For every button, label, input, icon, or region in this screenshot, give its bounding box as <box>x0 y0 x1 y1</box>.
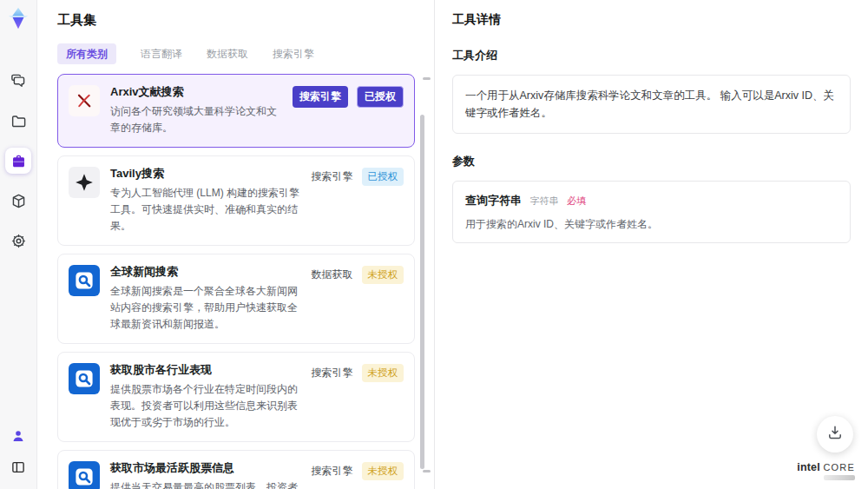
intel-brand-text: intel <box>797 461 820 473</box>
status-badge: 已授权 <box>357 86 404 108</box>
package-icon <box>10 193 27 209</box>
tool-detail-panel: 工具详情 工具介绍 一个用于从Arxiv存储库搜索科学论文和文章的工具。 输入可… <box>434 0 868 489</box>
category-tabs: 所有类别语言翻译数据获取搜索引擎 <box>57 43 434 64</box>
tool-title: Tavily搜索 <box>110 167 301 181</box>
status-badge: 未授权 <box>362 364 404 382</box>
page-title: 工具集 <box>57 12 434 29</box>
scroll-down-indicator[interactable] <box>423 470 431 472</box>
news-search-icon <box>69 265 100 296</box>
news-search-icon <box>69 461 100 489</box>
tool-card[interactable]: Tavily搜索 专为人工智能代理 (LLM) 构建的搜索引擎工具。可快速提供实… <box>57 155 415 246</box>
tab-data-fetch[interactable]: 数据获取 <box>207 49 248 59</box>
sidebar-item-panel-toggle[interactable] <box>7 456 30 479</box>
settings-icon <box>10 233 27 249</box>
status-badge: 已授权 <box>362 168 404 186</box>
tool-description: 全球新闻搜索是一个聚合全球各大新闻网站内容的搜索引擎，帮助用户快速获取全球最新资… <box>110 283 301 334</box>
sidebar <box>0 0 37 489</box>
status-badge: 未授权 <box>362 462 404 480</box>
tab-language-translation[interactable]: 语言翻译 <box>141 49 182 59</box>
arxiv-icon <box>69 85 100 116</box>
param-header: 查询字符串 字符串 必填 <box>465 192 838 208</box>
download-icon <box>826 424 844 445</box>
intro-text: 一个用于从Arxiv存储库搜索科学论文和文章的工具。 输入可以是Arxiv ID… <box>452 75 851 134</box>
folder-icon <box>10 113 27 129</box>
tab-all-categories[interactable]: 所有类别 <box>57 43 116 64</box>
sidebar-item-toolbox[interactable] <box>5 148 31 174</box>
app-logo-icon <box>5 5 31 31</box>
panel-toggle-icon <box>10 459 26 475</box>
sidebar-item-package[interactable] <box>5 188 31 214</box>
toolbox-icon <box>10 153 27 169</box>
tool-title: Arxiv文献搜索 <box>110 85 282 99</box>
param-name: 查询字符串 <box>465 194 522 207</box>
tool-card[interactable]: 获取市场最活跃股票信息 提供当天交易量最高的股票列表，投资者可以利用这些信息来识… <box>57 450 415 489</box>
intel-badge-bar <box>824 475 855 480</box>
param-card: 查询字符串 字符串 必填 用于搜索的Arxiv ID、关键字或作者姓名。 <box>452 181 851 243</box>
param-required-badge: 必填 <box>567 195 586 206</box>
detail-title: 工具详情 <box>452 12 851 28</box>
list-scrollbar[interactable] <box>420 115 424 469</box>
category-badge: 数据获取 <box>312 268 353 282</box>
tool-list: Arxiv文献搜索 访问各个研究领域大量科学论文和文章的存储库。 搜索引擎 已授… <box>57 74 415 489</box>
scroll-up-indicator[interactable] <box>423 77 431 80</box>
intro-heading: 工具介绍 <box>452 48 851 63</box>
sidebar-item-settings[interactable] <box>5 228 31 254</box>
tool-description: 提供股票市场各个行业在特定时间段内的表现。投资者可以利用这些信息来识别表现优于或… <box>110 381 301 432</box>
tool-title: 全球新闻搜索 <box>110 265 301 279</box>
category-badge: 搜索引擎 <box>293 86 348 108</box>
param-type: 字符串 <box>529 195 558 206</box>
category-badge: 搜索引擎 <box>312 366 353 380</box>
news-search-icon <box>69 363 100 394</box>
sidebar-item-folder[interactable] <box>5 108 31 134</box>
download-button[interactable] <box>817 416 853 453</box>
user-icon <box>10 428 26 444</box>
tool-card[interactable]: 全球新闻搜索 全球新闻搜索是一个聚合全球各大新闻网站内容的搜索引擎，帮助用户快速… <box>57 254 415 344</box>
chat-icon <box>10 73 27 89</box>
tab-search-engine[interactable]: 搜索引擎 <box>273 49 314 59</box>
intel-product-text: core <box>823 462 855 472</box>
tool-card[interactable]: 获取股市各行业表现 提供股票市场各个行业在特定时间段内的表现。投资者可以利用这些… <box>57 352 415 442</box>
tool-description: 专为人工智能代理 (LLM) 构建的搜索引擎工具。可快速提供实时、准确和真实的结… <box>110 185 301 235</box>
tool-description: 提供当天交易量最高的股票列表，投资者可以利用这些信息来识别流动性强的股票和潜在的… <box>110 479 301 489</box>
tool-card[interactable]: Arxiv文献搜索 访问各个研究领域大量科学论文和文章的存储库。 搜索引擎 已授… <box>57 74 415 148</box>
category-badge: 搜索引擎 <box>312 464 353 479</box>
sidebar-bottom <box>7 425 30 479</box>
sidebar-nav <box>5 68 31 254</box>
tool-list-panel: 工具集 所有类别语言翻译数据获取搜索引擎 Arxiv文献搜索 访问各个研究领域大… <box>36 0 434 489</box>
sidebar-item-user[interactable] <box>7 425 30 447</box>
sidebar-item-chat[interactable] <box>5 68 31 94</box>
tool-description: 访问各个研究领域大量科学论文和文章的存储库。 <box>110 103 282 136</box>
status-badge: 未授权 <box>362 266 404 284</box>
params-heading: 参数 <box>452 154 851 169</box>
param-description: 用于搜索的Arxiv ID、关键字或作者姓名。 <box>465 216 838 232</box>
tool-title: 获取市场最活跃股票信息 <box>110 461 301 475</box>
category-badge: 搜索引擎 <box>312 169 353 184</box>
main-area: 工具集 所有类别语言翻译数据获取搜索引擎 Arxiv文献搜索 访问各个研究领域大… <box>36 0 868 489</box>
intel-core-badge: intel core <box>797 462 855 481</box>
tool-title: 获取股市各行业表现 <box>110 363 301 377</box>
tavily-icon <box>69 167 100 198</box>
